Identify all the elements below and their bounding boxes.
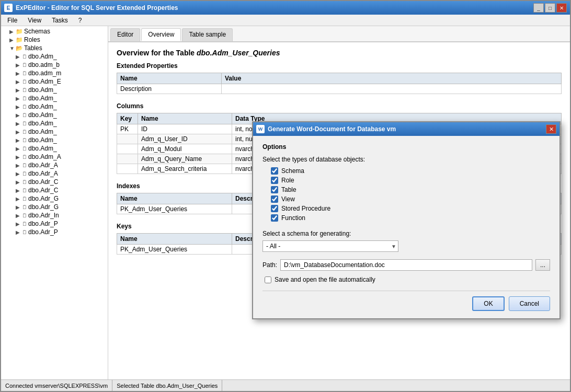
- checkbox-table[interactable]: [271, 186, 278, 193]
- arrow-icon: ▶: [16, 137, 22, 143]
- checkbox-schema-row: Schema: [271, 167, 550, 175]
- ext-props-col-value: Value: [222, 73, 562, 84]
- checkbox-schema[interactable]: [271, 167, 278, 175]
- checkbox-role-label: Role: [281, 177, 294, 184]
- list-item[interactable]: ▶ 🗒 dbo.Adm_: [2, 128, 107, 136]
- table-icon: 🗒: [22, 229, 27, 235]
- extended-props-section-title: Extended Properties: [117, 62, 562, 70]
- checkbox-schema-label: Schema: [281, 167, 304, 175]
- list-item[interactable]: ▶ 🗒 dbo.Adr_C: [2, 178, 107, 186]
- checkbox-stored-procedure-label: Stored Procedure: [281, 205, 330, 212]
- dialog-close-button[interactable]: ✕: [546, 124, 556, 134]
- sidebar-tree: ▶ 📁 Schemas ▶ 📁 Roles ▼ 📂 Tables: [1, 26, 108, 237]
- dialog-buttons: OK Cancel: [262, 291, 550, 311]
- maximize-button[interactable]: □: [545, 3, 555, 13]
- status-connected: Connected vmserver\SQLEXPRESS\vm: [1, 380, 112, 391]
- col-key: [117, 144, 138, 154]
- list-item[interactable]: ▶ 🗒 dbo.Adm_: [2, 119, 107, 128]
- table-icon: 🗒: [22, 137, 27, 143]
- checkbox-role[interactable]: [271, 177, 278, 184]
- folder-schemas-icon: 📁: [16, 28, 23, 35]
- checkbox-table-label: Table: [281, 186, 296, 193]
- list-item[interactable]: ▶ 🗒 dbo.Adr_G: [2, 203, 107, 211]
- idx-name: PK_Adm_User_Queries: [117, 204, 232, 214]
- dialog-options-label: Options: [262, 143, 550, 151]
- col-key: [117, 164, 138, 174]
- list-item[interactable]: ▶ 🗒 dbo.Adm_: [2, 144, 107, 153]
- list-item[interactable]: ▶ 🗒 dbo.Adm_: [2, 86, 107, 94]
- list-item[interactable]: ▶ 🗒 dbo.adm_b: [2, 61, 107, 69]
- menu-view[interactable]: View: [24, 16, 45, 25]
- arrow-icon: ▶: [16, 96, 22, 101]
- arrow-icon: ▶: [16, 87, 22, 93]
- list-item[interactable]: ▶ 🗒 dbo.Adr_P: [2, 220, 107, 228]
- app-icon: E: [4, 4, 13, 12]
- table-icon: 🗒: [22, 71, 27, 76]
- sidebar-item-schemas[interactable]: ▶ 📁 Schemas: [2, 27, 107, 36]
- save-open-label: Save and open the file automatically: [275, 276, 375, 283]
- arrow-icon: ▶: [16, 129, 22, 135]
- list-item[interactable]: ▶ 🗒 dbo.Adm_: [2, 136, 107, 144]
- path-input[interactable]: [280, 259, 532, 271]
- table-icon: 🗒: [22, 129, 27, 135]
- list-item[interactable]: ▶ 🗒 dbo.Adm_: [2, 111, 107, 119]
- arrow-icon: ▶: [16, 196, 22, 202]
- col-name: ID: [138, 124, 232, 134]
- extended-props-table: Name Value Description: [117, 73, 562, 94]
- dialog-title-bar: W Generate Word-Document for Database vm…: [253, 122, 559, 136]
- table-icon: 🗒: [22, 154, 27, 160]
- col-key: PK: [117, 124, 138, 134]
- folder-tables-icon: 📂: [16, 45, 23, 52]
- table-icon: 🗒: [22, 54, 27, 60]
- schema-select[interactable]: - All -: [262, 240, 398, 252]
- arrow-icon: ▶: [16, 188, 22, 193]
- path-browse-button[interactable]: ...: [535, 259, 550, 271]
- arrow-icon: ▶: [16, 229, 22, 235]
- list-item[interactable]: ▶ 🗒 dbo.Adm_A: [2, 153, 107, 161]
- table-row: Description: [117, 84, 562, 94]
- table-icon: 🗒: [22, 213, 27, 218]
- tab-overview[interactable]: Overview: [141, 28, 181, 41]
- table-icon: 🗒: [22, 87, 27, 93]
- tab-editor[interactable]: Editor: [110, 28, 140, 41]
- menu-help[interactable]: ?: [74, 16, 86, 25]
- list-item[interactable]: ▶ 🗒 dbo.Adr_A: [2, 169, 107, 178]
- menu-tasks[interactable]: Tasks: [48, 16, 72, 25]
- checkbox-table-row: Table: [271, 186, 550, 193]
- dialog-body: Options Select the types of database obj…: [253, 136, 559, 318]
- schema-select-wrapper: - All - ▼: [262, 240, 398, 252]
- window-controls: _ □ ✕: [533, 3, 567, 13]
- col-name: Adm_q_Search_criteria: [138, 164, 232, 174]
- col-key-header: Key: [117, 113, 138, 124]
- list-item[interactable]: ▶ 🗒 dbo.Adm_: [2, 52, 107, 61]
- list-item[interactable]: ▶ 🗒 dbo.Adm_E: [2, 77, 107, 86]
- col-key: [117, 134, 138, 144]
- sidebar-item-roles[interactable]: ▶ 📁 Roles: [2, 36, 107, 44]
- list-item[interactable]: ▶ 🗒 dbo.Adr_A: [2, 161, 107, 169]
- save-open-row: Save and open the file automatically: [265, 276, 550, 283]
- tab-table-sample[interactable]: Table sample: [182, 28, 233, 41]
- list-item[interactable]: ▶ 🗒 dbo.adm_m: [2, 69, 107, 77]
- sidebar-item-tables[interactable]: ▼ 📂 Tables: [2, 44, 107, 52]
- list-item[interactable]: ▶ 🗒 dbo.Adr_C: [2, 186, 107, 194]
- minimize-button[interactable]: _: [533, 3, 544, 13]
- arrow-icon: ▶: [16, 62, 22, 68]
- checkbox-stored-procedure[interactable]: [271, 205, 278, 212]
- col-name: Adm_q_Query_Name: [138, 154, 232, 164]
- menu-file[interactable]: File: [3, 16, 21, 25]
- checkbox-view[interactable]: [271, 195, 278, 203]
- list-item[interactable]: ▶ 🗒 dbo.Adr_In: [2, 211, 107, 220]
- close-button[interactable]: ✕: [556, 3, 567, 13]
- menu-bar: File View Tasks ?: [1, 15, 570, 26]
- checkbox-function[interactable]: [271, 214, 278, 222]
- save-open-checkbox[interactable]: [265, 276, 271, 283]
- ext-props-col-name: Name: [117, 73, 222, 84]
- list-item[interactable]: ▶ 🗒 dbo.Adr_P: [2, 228, 107, 236]
- arrow-icon: ▶: [16, 54, 22, 60]
- list-item[interactable]: ▶ 🗒 dbo.Adr_G: [2, 194, 107, 203]
- checkbox-function-label: Function: [281, 214, 305, 222]
- list-item[interactable]: ▶ 🗒 dbo.Adm_: [2, 102, 107, 111]
- cancel-button[interactable]: Cancel: [509, 296, 550, 311]
- ok-button[interactable]: OK: [472, 296, 504, 311]
- list-item[interactable]: ▶ 🗒 dbo.Adm_: [2, 94, 107, 102]
